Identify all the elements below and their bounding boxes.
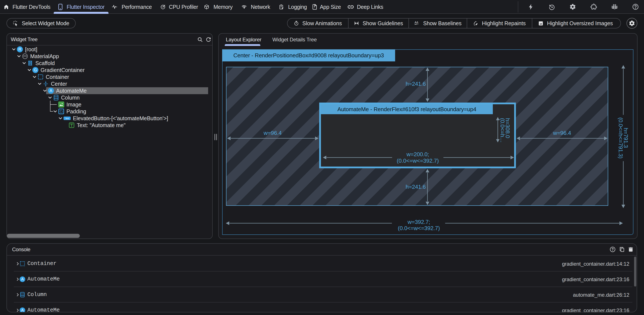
svg-text:A: A bbox=[414, 21, 417, 24]
svg-text:A: A bbox=[417, 21, 418, 23]
svg-text:Text: Text bbox=[65, 117, 69, 120]
